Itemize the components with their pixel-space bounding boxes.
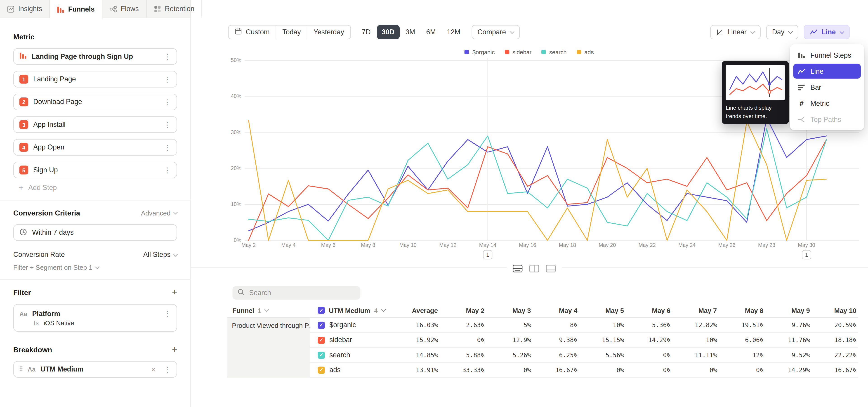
series-line-search[interactable] bbox=[249, 129, 827, 240]
metric-heading: Metric bbox=[13, 33, 177, 41]
row-value-cell: 15.15% bbox=[577, 337, 624, 344]
table-column-header[interactable]: May 8 bbox=[717, 307, 763, 314]
legend-item-organic[interactable]: $organic bbox=[465, 49, 495, 55]
remove-breakdown-icon[interactable]: × bbox=[151, 365, 156, 374]
select-all-checkbox[interactable]: ✓ bbox=[318, 307, 325, 314]
tab-flows[interactable]: Flows bbox=[102, 0, 147, 18]
menu-item-metric[interactable]: # Metric bbox=[793, 96, 861, 111]
row-average-cell: 16.03% bbox=[391, 321, 438, 329]
kebab-menu-icon[interactable]: ⋮ bbox=[164, 366, 171, 373]
add-filter-button[interactable]: + bbox=[172, 288, 177, 296]
legend-item-ads[interactable]: ads bbox=[577, 49, 594, 55]
tab-insights[interactable]: Insights bbox=[0, 0, 50, 18]
range-6m-button[interactable]: 6M bbox=[421, 25, 441, 39]
today-button[interactable]: Today bbox=[276, 26, 307, 39]
table-column-header[interactable]: May 6 bbox=[624, 307, 671, 314]
step-card-5[interactable]: 5 Sign Up ⋮ bbox=[13, 162, 177, 178]
filter-operator[interactable]: Is bbox=[34, 319, 39, 326]
custom-date-button[interactable]: Custom bbox=[228, 26, 276, 39]
row-label-cell[interactable]: ✓sidebar bbox=[310, 336, 391, 344]
svg-text:May 26: May 26 bbox=[718, 242, 735, 248]
row-average-cell: 15.92% bbox=[391, 337, 438, 344]
svg-text:May 18: May 18 bbox=[559, 242, 576, 248]
row-value-cell: 5% bbox=[485, 321, 531, 329]
search-box[interactable] bbox=[232, 286, 361, 300]
funnel-metric-card[interactable]: Landing Page through Sign Up ⋮ bbox=[13, 48, 177, 65]
drag-handle-icon[interactable] bbox=[20, 366, 23, 373]
kebab-menu-icon[interactable]: ⋮ bbox=[164, 75, 171, 83]
line-chart-icon bbox=[810, 28, 817, 36]
breakdown-column-header[interactable]: ✓ UTM Medium 4 bbox=[310, 307, 391, 314]
table-column-header[interactable]: May 5 bbox=[577, 307, 624, 314]
advanced-dropdown[interactable]: Advanced bbox=[141, 209, 177, 217]
granularity-dropdown[interactable]: Day bbox=[766, 25, 798, 39]
row-checkbox[interactable]: ✓ bbox=[318, 337, 325, 344]
range-30d-button[interactable]: 30D bbox=[377, 25, 399, 39]
all-steps-dropdown[interactable]: All Steps bbox=[143, 251, 177, 258]
table-column-header[interactable]: May 7 bbox=[671, 307, 717, 314]
row-label-cell[interactable]: ✓ads bbox=[310, 366, 391, 374]
yesterday-button[interactable]: Yesterday bbox=[307, 26, 350, 39]
row-checkbox[interactable]: ✓ bbox=[318, 351, 325, 358]
breakdown-card[interactable]: Aa UTM Medium × ⋮ bbox=[13, 361, 177, 378]
kebab-menu-icon[interactable]: ⋮ bbox=[164, 98, 171, 105]
search-input[interactable] bbox=[249, 289, 355, 296]
table-column-header[interactable]: Average bbox=[391, 307, 438, 314]
date-preset-group: Custom Today Yesterday bbox=[228, 25, 351, 39]
tab-funnels[interactable]: Funnels bbox=[50, 0, 102, 19]
funnel-group-cell[interactable]: Product Viewed through P... bbox=[227, 318, 310, 378]
breakdown-field-label: UTM Medium bbox=[40, 366, 84, 373]
step-card-4[interactable]: 4 App Open ⋮ bbox=[13, 139, 177, 156]
filter-card[interactable]: Aa Platform ⋮ Is iOS Native bbox=[13, 304, 177, 332]
legend-item-search[interactable]: search bbox=[541, 49, 566, 55]
row-checkbox[interactable]: ✓ bbox=[318, 366, 325, 374]
table-column-header[interactable]: May 4 bbox=[531, 307, 578, 314]
layout-full-toggle[interactable] bbox=[544, 263, 557, 274]
range-3m-button[interactable]: 3M bbox=[401, 25, 420, 39]
row-value-cell: 11.76% bbox=[763, 337, 810, 344]
compare-label: Compare bbox=[477, 28, 506, 36]
menu-item-funnel-steps[interactable]: Funnel Steps bbox=[793, 48, 861, 63]
svg-text:0%: 0% bbox=[234, 237, 241, 243]
advanced-label: Advanced bbox=[141, 209, 170, 217]
filter-segment-dropdown[interactable]: Filter + Segment on Step 1 bbox=[13, 264, 177, 271]
kebab-menu-icon[interactable]: ⋮ bbox=[164, 121, 171, 128]
tab-label: Funnels bbox=[68, 5, 94, 13]
menu-item-line[interactable]: Line bbox=[793, 64, 861, 79]
filter-value[interactable]: iOS Native bbox=[43, 319, 74, 326]
range-12m-button[interactable]: 12M bbox=[442, 25, 465, 39]
step-card-3[interactable]: 3 App Install ⋮ bbox=[13, 116, 177, 133]
add-step-button[interactable]: + Add Step bbox=[13, 179, 177, 192]
kebab-menu-icon[interactable]: ⋮ bbox=[164, 310, 171, 317]
table-column-header[interactable]: May 10 bbox=[810, 307, 857, 314]
layout-columns-toggle[interactable] bbox=[528, 263, 541, 274]
funnel-column-header[interactable]: Funnel 1 bbox=[227, 307, 310, 314]
scale-dropdown[interactable]: Linear bbox=[710, 25, 761, 39]
row-checkbox[interactable]: ✓ bbox=[318, 321, 325, 329]
range-7d-button[interactable]: 7D bbox=[357, 25, 376, 39]
chart-type-dropdown[interactable]: Line bbox=[804, 25, 850, 39]
add-breakdown-button[interactable]: + bbox=[172, 345, 177, 354]
kebab-menu-icon[interactable]: ⋮ bbox=[164, 144, 171, 151]
svg-text:May 16: May 16 bbox=[519, 242, 536, 248]
tab-retention[interactable]: Retention bbox=[147, 0, 202, 18]
search-icon bbox=[238, 288, 245, 298]
flows-icon bbox=[110, 5, 117, 12]
step-card-1[interactable]: 1 Landing Page ⋮ bbox=[13, 71, 177, 87]
table-column-header[interactable]: May 3 bbox=[485, 307, 531, 314]
menu-item-bar[interactable]: Bar bbox=[793, 80, 861, 95]
row-label-cell[interactable]: ✓search bbox=[310, 351, 391, 359]
compare-button[interactable]: Compare bbox=[471, 25, 520, 39]
table-column-header[interactable]: May 9 bbox=[763, 307, 810, 314]
step-card-2[interactable]: 2 Download Page ⋮ bbox=[13, 94, 177, 110]
table-column-header[interactable]: May 2 bbox=[438, 307, 485, 314]
kebab-menu-icon[interactable]: ⋮ bbox=[164, 53, 171, 60]
kebab-menu-icon[interactable]: ⋮ bbox=[164, 166, 171, 174]
layout-split-toggle[interactable] bbox=[511, 263, 524, 274]
row-value-cell: 9.76% bbox=[763, 321, 810, 329]
series-line-ads[interactable] bbox=[249, 120, 827, 240]
legend-item-sidebar[interactable]: sidebar bbox=[505, 49, 532, 55]
row-label-cell[interactable]: ✓$organic bbox=[310, 321, 391, 329]
series-line-organic[interactable] bbox=[249, 118, 827, 231]
conversion-window-card[interactable]: Within 7 days bbox=[13, 224, 177, 241]
